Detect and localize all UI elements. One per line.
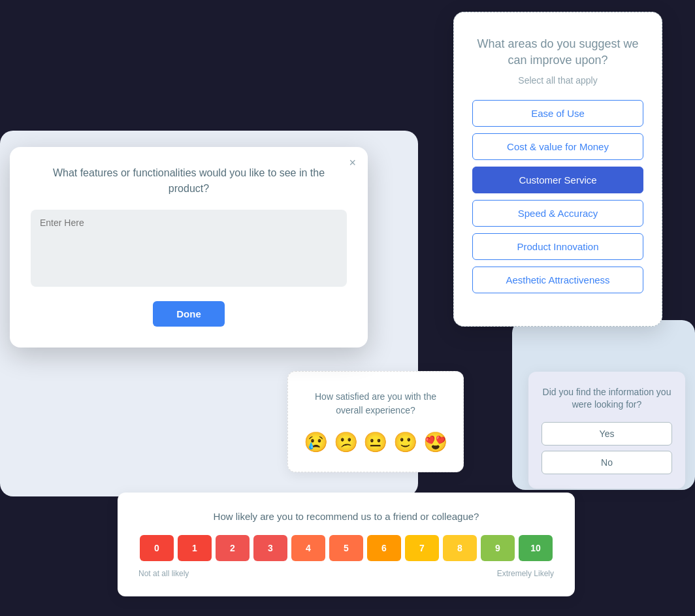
improve-option-0[interactable]: Ease of Use	[472, 100, 643, 127]
nps-question: How likely are you to recommend us to a …	[137, 511, 555, 522]
nps-score-10[interactable]: 10	[519, 535, 553, 561]
nps-score-9[interactable]: 9	[481, 535, 515, 561]
done-button[interactable]: Done	[153, 301, 225, 327]
emoji-4[interactable]: 😍	[423, 430, 447, 453]
improve-option-2[interactable]: Customer Service	[472, 167, 643, 193]
nps-score-1[interactable]: 1	[178, 535, 212, 561]
improve-subtitle: Select all that apply	[472, 75, 643, 86]
info-question: Did you find the information you were lo…	[541, 386, 672, 412]
improve-option-3[interactable]: Speed & Accuracy	[472, 200, 643, 227]
nps-score-7[interactable]: 7	[405, 535, 439, 561]
nps-score-8[interactable]: 8	[443, 535, 477, 561]
improve-option-4[interactable]: Product Innovation	[472, 233, 643, 260]
nps-labels: Not at all likely Extremely Likely	[137, 569, 555, 578]
improve-options-list: Ease of UseCost & value for MoneyCustome…	[472, 100, 643, 293]
improve-question: What areas do you suggest we can improve…	[472, 36, 643, 69]
improve-areas-card: What areas do you suggest we can improve…	[453, 12, 662, 327]
emoji-1[interactable]: 😕	[334, 430, 358, 453]
nps-score-3[interactable]: 3	[253, 535, 287, 561]
nps-score-2[interactable]: 2	[216, 535, 250, 561]
improve-option-1[interactable]: Cost & value for Money	[472, 133, 643, 160]
features-question: What features or functionalities would y…	[31, 165, 347, 197]
features-input[interactable]	[40, 218, 338, 276]
satisfaction-question: How satisfied are you with the overall e…	[301, 390, 450, 417]
nps-label-right: Extremely Likely	[497, 569, 554, 578]
nps-score-0[interactable]: 0	[140, 535, 174, 561]
emoji-0[interactable]: 😢	[304, 430, 328, 453]
features-modal: × What features or functionalities would…	[10, 147, 368, 348]
improve-option-5[interactable]: Aesthetic Attractiveness	[472, 267, 643, 293]
nps-score-5[interactable]: 5	[329, 535, 363, 561]
nps-label-left: Not at all likely	[138, 569, 189, 578]
info-found-card: Did you find the information you were lo…	[528, 372, 685, 489]
nps-score-4[interactable]: 4	[291, 535, 325, 561]
satisfaction-card: How satisfied are you with the overall e…	[287, 371, 464, 472]
text-area-wrapper	[31, 210, 347, 287]
emoji-row: 😢😕😐🙂😍	[301, 430, 450, 453]
close-button[interactable]: ×	[349, 156, 356, 170]
no-button[interactable]: No	[541, 451, 672, 474]
nps-score-row: 012345678910	[137, 535, 555, 561]
yes-button[interactable]: Yes	[541, 422, 672, 446]
nps-score-6[interactable]: 6	[367, 535, 401, 561]
emoji-3[interactable]: 🙂	[393, 430, 417, 453]
nps-card: How likely are you to recommend us to a …	[118, 493, 575, 596]
emoji-2[interactable]: 😐	[363, 430, 387, 453]
